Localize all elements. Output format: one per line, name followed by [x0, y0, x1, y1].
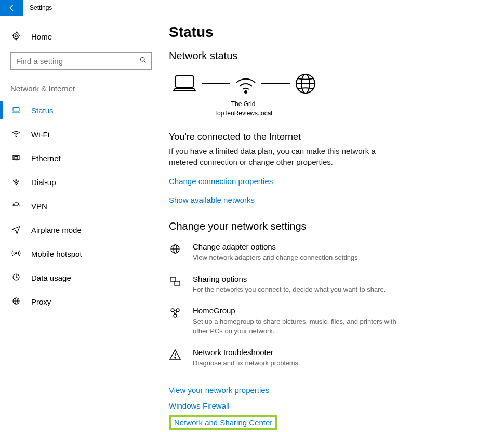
link-change-connection[interactable]: Change connection properties [169, 177, 273, 186]
connected-desc: If you have a limited data plan, you can… [169, 146, 387, 167]
svg-rect-3 [13, 107, 19, 111]
option-desc: For the networks you connect to, decide … [193, 285, 386, 294]
svg-rect-23 [176, 76, 193, 87]
option-desc: Diagnose and fix network problems. [193, 359, 300, 368]
home-label: Home [31, 32, 52, 41]
body: Home Network & Internet Status [0, 16, 504, 432]
svg-line-36 [174, 311, 175, 314]
svg-line-37 [176, 311, 177, 314]
proxy-icon [10, 296, 22, 307]
svg-point-0 [15, 34, 18, 37]
laptop-icon [171, 73, 197, 94]
hotspot-icon [10, 248, 22, 259]
homegroup-icon [169, 306, 182, 321]
nav-dialup[interactable]: Dial-up [0, 170, 143, 194]
window-title: Settings [23, 0, 58, 16]
wifi-icon [10, 129, 22, 140]
wifi-domain: TopTenReviews.local [168, 109, 319, 118]
nav-wifi[interactable]: Wi-Fi [0, 122, 143, 146]
link-network-sharing-center[interactable]: Network and Sharing Center [174, 418, 272, 427]
nav-label: Dial-up [31, 178, 56, 187]
link-firewall[interactable]: Windows Firewall [169, 401, 230, 410]
arrow-left-icon [7, 3, 17, 12]
svg-rect-7 [15, 156, 18, 159]
airplane-icon [10, 225, 22, 235]
nav-label: Airplane mode [31, 226, 82, 234]
change-settings-heading: Change your network settings [169, 220, 488, 232]
network-diagram [169, 72, 488, 95]
nav-label: Wi-Fi [31, 130, 49, 139]
sidebar: Home Network & Internet Status [0, 16, 153, 432]
connection-line [202, 83, 230, 84]
connection-line [261, 83, 290, 84]
link-show-available[interactable]: Show available networks [169, 195, 255, 204]
troubleshoot-icon [169, 347, 182, 363]
nav-airplane[interactable]: Airplane mode [0, 218, 143, 242]
svg-rect-31 [170, 277, 176, 281]
adapter-icon [169, 242, 182, 257]
nav-list: Status Wi-Fi Ethernet [0, 98, 143, 313]
category-label: Network & Internet [10, 84, 143, 93]
nav-label: Mobile hotspot [31, 250, 82, 258]
content: Status Network status The Grid [153, 16, 504, 432]
link-view-properties[interactable]: View your network properties [169, 386, 269, 395]
svg-point-35 [174, 314, 177, 317]
option-desc: Set up a homegroup to share pictures, mu… [193, 317, 411, 336]
search-icon [139, 56, 147, 66]
nav-label: Ethernet [31, 154, 61, 163]
back-button[interactable] [0, 0, 23, 16]
highlight-box: Network and Sharing Center [169, 415, 277, 430]
svg-point-24 [245, 91, 247, 93]
page-title: Status [169, 24, 488, 41]
nav-vpn[interactable]: VPN [0, 194, 143, 218]
status-icon [10, 105, 22, 116]
wifi-name: The Grid [168, 99, 319, 109]
nav-label: Status [31, 106, 54, 115]
vpn-icon [10, 201, 22, 212]
wifi-block [234, 73, 257, 94]
titlebar: Settings [0, 0, 504, 16]
sidebar-home[interactable]: Home [10, 26, 143, 47]
option-title: Sharing options [193, 274, 386, 284]
globe-icon [294, 72, 317, 95]
nav-ethernet[interactable]: Ethernet [0, 146, 143, 170]
option-sharing[interactable]: Sharing options For the networks you con… [169, 274, 488, 295]
svg-point-40 [175, 357, 176, 358]
svg-point-1 [141, 57, 145, 61]
option-troubleshooter[interactable]: Network troubleshooter Diagnose and fix … [169, 347, 488, 368]
option-title: HomeGroup [193, 306, 411, 316]
nav-hotspot[interactable]: Mobile hotspot [0, 242, 143, 266]
wifi-big-icon [234, 73, 257, 94]
settings-window: Settings Home Network & Internet [0, 0, 504, 432]
svg-point-18 [16, 252, 17, 254]
option-adapter[interactable]: Change adapter options View network adap… [169, 242, 488, 263]
option-title: Change adapter options [193, 242, 360, 252]
svg-point-11 [16, 184, 17, 185]
nav-datausage[interactable]: Data usage [0, 266, 143, 290]
ethernet-icon [10, 153, 22, 164]
datausage-icon [10, 272, 22, 283]
nav-status[interactable]: Status [0, 98, 143, 122]
svg-rect-32 [175, 281, 180, 285]
nav-label: Data usage [31, 273, 71, 282]
svg-line-2 [144, 61, 145, 62]
option-title: Network troubleshooter [193, 347, 300, 358]
svg-point-16 [13, 204, 15, 206]
dialup-icon [10, 177, 22, 188]
nav-label: Proxy [31, 297, 51, 306]
nav-label: VPN [31, 202, 47, 211]
search-box[interactable] [10, 52, 152, 70]
wifi-caption: The Grid TopTenReviews.local [168, 99, 319, 118]
network-status-heading: Network status [169, 50, 488, 62]
connected-heading: You're connected to the Internet [169, 132, 488, 142]
gear-icon [10, 31, 22, 42]
nav-proxy[interactable]: Proxy [0, 290, 143, 313]
sharing-icon [169, 274, 182, 290]
svg-point-5 [16, 136, 17, 137]
option-homegroup[interactable]: HomeGroup Set up a homegroup to share pi… [169, 306, 488, 336]
search-input[interactable] [15, 56, 139, 66]
option-desc: View network adapters and change connect… [193, 253, 360, 263]
svg-point-17 [18, 204, 19, 206]
